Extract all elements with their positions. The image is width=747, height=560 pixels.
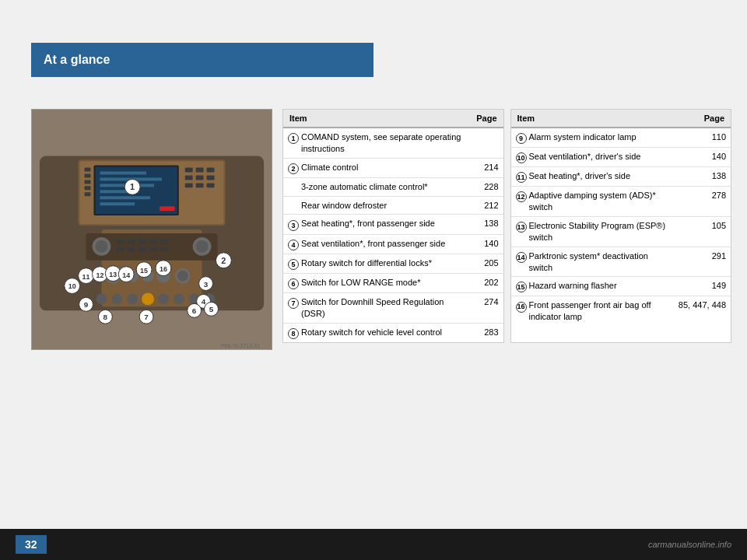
table-row: 8Rotary switch for vehicle level control… (283, 323, 503, 342)
item-cell: 10Seat ventilation*, driver's side (511, 148, 675, 167)
left-table: Item Page 1COMAND system, see separate o… (282, 109, 504, 343)
item-text: Front passenger front air bag off indica… (529, 299, 671, 323)
item-text: Switch for LOW RANGE mode* (301, 277, 465, 289)
svg-text:10: 10 (68, 283, 76, 291)
item-number: 8 (288, 328, 299, 339)
item-cell: 1COMAND system, see separate operating i… (283, 128, 470, 158)
item-number: 4 (288, 240, 299, 250)
svg-text:12: 12 (96, 271, 103, 279)
table-row: 12Adaptive damping system (ADS)* switch2… (511, 187, 731, 217)
table-row: Rear window defroster212 (283, 196, 503, 215)
item-number: 11 (516, 172, 527, 183)
item-number: 13 (516, 222, 527, 233)
item-cell: 8Rotary switch for vehicle level control (283, 323, 470, 342)
left-col-item: Item (283, 110, 470, 128)
svg-point-55 (174, 293, 184, 304)
svg-rect-22 (85, 173, 91, 177)
page-cell: 110 (675, 128, 731, 148)
svg-text:5: 5 (209, 305, 214, 313)
tables-area: Item Page 1COMAND system, see separate o… (282, 109, 731, 343)
svg-rect-18 (185, 183, 193, 187)
item-number: 10 (516, 152, 527, 163)
svg-point-51 (111, 293, 122, 304)
svg-rect-11 (100, 202, 135, 205)
svg-point-30 (95, 240, 107, 253)
item-text: COMAND system, see separate operating in… (301, 131, 465, 155)
page-cell: 149 (675, 277, 731, 296)
page-cell: 140 (470, 234, 503, 254)
item-cell: 3Seat heating*, front passenger side (283, 215, 470, 234)
table-row: 3-zone automatic climate control*228 (283, 177, 503, 196)
svg-text:6: 6 (192, 306, 197, 315)
page-cell: 202 (470, 273, 503, 292)
svg-rect-15 (185, 175, 193, 180)
svg-text:9: 9 (84, 300, 89, 309)
page-title: At a glance (44, 53, 110, 67)
page-cell: 228 (470, 177, 503, 196)
svg-rect-42 (160, 247, 168, 252)
svg-rect-37 (160, 240, 168, 244)
item-number: 2 (288, 163, 299, 174)
svg-point-50 (96, 293, 107, 304)
table-row: 5Rotary switch for differential locks*20… (283, 254, 503, 273)
svg-rect-10 (100, 196, 150, 199)
item-cell: 14Parktronic system* deactivation switch (511, 247, 675, 277)
left-col-page: Page (470, 110, 503, 128)
svg-rect-12 (185, 168, 193, 173)
item-number: 6 (288, 278, 299, 289)
item-cell: 6Switch for LOW RANGE mode* (283, 273, 470, 292)
item-cell: 15Hazard warning flasher (511, 277, 675, 296)
table-row: 3Seat heating*, front passenger side138 (283, 215, 503, 234)
item-text: Alarm system indicator lamp (529, 131, 671, 143)
page-cell: 105 (675, 216, 731, 247)
svg-point-53 (142, 292, 154, 305)
item-text: Rotary switch for differential locks* (301, 257, 465, 269)
page-cell: 212 (470, 196, 503, 215)
car-image: 1 2 3 4 5 6 7 (31, 109, 272, 350)
item-number: 3 (288, 220, 299, 231)
svg-point-52 (127, 293, 138, 304)
page-cell: 291 (675, 247, 731, 277)
item-text: Electronic Stability Program (ESP®) swit… (529, 220, 671, 243)
svg-rect-36 (149, 240, 157, 244)
right-table: Item Page 9Alarm system indicator lamp11… (510, 109, 732, 343)
item-cell: 4Seat ventilation*, front passenger side (283, 234, 470, 254)
item-cell: 3-zone automatic climate control* (283, 177, 470, 196)
item-number: 7 (288, 298, 299, 309)
page-cell: 138 (675, 167, 731, 187)
item-number: 15 (516, 282, 527, 292)
table-row: 2Climate control214 (283, 158, 503, 177)
item-number: 1 (288, 133, 299, 144)
item-number: 12 (516, 191, 527, 202)
item-cell: 13Electronic Stability Program (ESP®) sw… (511, 216, 675, 247)
svg-text:7: 7 (144, 313, 149, 321)
table-row: 4Seat ventilation*, front passenger side… (283, 234, 503, 254)
svg-text:11: 11 (82, 273, 90, 281)
svg-rect-13 (196, 168, 204, 173)
item-text: Adaptive damping system (ADS)* switch (529, 190, 671, 213)
item-text: Climate control (301, 162, 465, 173)
item-text: Seat ventilation*, front passenger side (301, 238, 465, 250)
svg-rect-25 (85, 192, 91, 196)
watermark: carmanualsonline.info (648, 540, 731, 549)
svg-text:15: 15 (140, 267, 148, 275)
svg-rect-20 (207, 183, 215, 187)
table-row: 7Switch for Downhill Speed Regulation (D… (283, 292, 503, 323)
svg-rect-33 (117, 240, 124, 244)
item-text: Parktronic system* deactivation switch (529, 250, 671, 274)
svg-rect-19 (196, 183, 204, 187)
item-text: Switch for Downhill Speed Regulation (DS… (301, 296, 465, 320)
page-cell: 140 (675, 148, 731, 167)
svg-rect-26 (160, 206, 175, 211)
page-number: 32 (16, 535, 47, 554)
svg-point-49 (177, 271, 188, 282)
item-cell: 5Rotary switch for differential locks* (283, 254, 470, 273)
item-number: 16 (516, 302, 527, 313)
svg-text:16: 16 (160, 265, 167, 273)
table-row: 16Front passenger front air bag off indi… (511, 296, 731, 326)
svg-text:2: 2 (221, 256, 226, 265)
svg-text:P68-70-3713-31: P68-70-3713-31 (221, 343, 260, 348)
header-bar: At a glance (31, 43, 374, 77)
main-content: At a glance (0, 0, 747, 529)
page-cell: 205 (470, 254, 503, 273)
